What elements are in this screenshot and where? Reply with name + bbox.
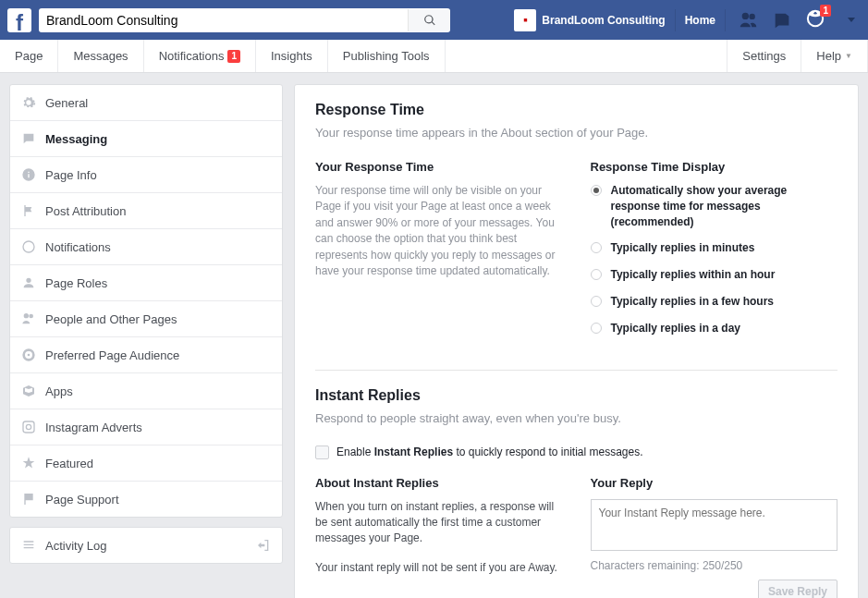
instant-reply-textarea[interactable] bbox=[591, 499, 838, 551]
your-response-time-title: Your Response Time bbox=[315, 160, 563, 174]
search-input[interactable] bbox=[39, 8, 408, 32]
chevron-down-icon: ▼ bbox=[845, 52, 852, 60]
sidebar-item-featured[interactable]: Featured bbox=[10, 445, 282, 482]
radio-few-hours[interactable]: Typically replies in a few hours bbox=[591, 294, 838, 310]
section-title-response-time: Response Time bbox=[315, 102, 837, 118]
tab-help[interactable]: Help ▼ bbox=[801, 40, 868, 72]
sidebar-item-general[interactable]: General bbox=[10, 85, 282, 121]
radio-icon bbox=[591, 185, 602, 196]
tab-notifications[interactable]: Notifications1 bbox=[144, 40, 256, 72]
friend-requests-icon[interactable] bbox=[739, 10, 759, 31]
sidebar: General Messaging Page Info Post Attribu… bbox=[9, 84, 283, 598]
globe-icon bbox=[21, 239, 36, 254]
tab-publishing[interactable]: Publishing Tools bbox=[328, 40, 446, 72]
response-display-title: Response Time Display bbox=[591, 160, 838, 174]
person-icon bbox=[21, 275, 36, 290]
col-response-display: Response Time Display Automatically show… bbox=[591, 160, 838, 348]
star-icon bbox=[21, 456, 36, 470]
list-icon bbox=[21, 538, 36, 553]
tab-notif-count: 1 bbox=[227, 50, 240, 63]
tab-page[interactable]: Page bbox=[0, 40, 58, 72]
search-icon bbox=[423, 14, 436, 27]
sidebar-item-roles[interactable]: Page Roles bbox=[10, 265, 282, 301]
sidebar-item-audience[interactable]: Preferred Page Audience bbox=[10, 337, 282, 373]
svg-point-1 bbox=[26, 424, 31, 429]
account-menu-caret[interactable] bbox=[848, 18, 855, 22]
box-icon bbox=[21, 384, 36, 398]
your-reply-title: Your Reply bbox=[591, 476, 838, 490]
sidebar-activity-card: Activity Log bbox=[9, 527, 283, 564]
col-your-response-time: Your Response Time Your response time wi… bbox=[315, 160, 563, 348]
people-icon bbox=[21, 311, 36, 326]
messages-icon[interactable] bbox=[772, 10, 792, 31]
topbar-right: ■ BrandLoom Consulting Home 1 bbox=[508, 7, 861, 33]
col-your-reply: Your Reply Characters remaining: 250/250… bbox=[591, 476, 838, 598]
separator bbox=[315, 370, 837, 371]
sidebar-item-pageinfo[interactable]: Page Info bbox=[10, 157, 282, 193]
exit-icon bbox=[256, 538, 271, 553]
gear-icon bbox=[21, 95, 36, 110]
radio-icon bbox=[591, 323, 602, 334]
section-subtitle-response-time: Your response time appears in the About … bbox=[315, 126, 837, 140]
enable-text: Enable Instant Replies to quickly respon… bbox=[336, 445, 643, 458]
tab-settings[interactable]: Settings bbox=[727, 40, 801, 72]
about-instant-note: Your instant reply will not be sent if y… bbox=[315, 560, 563, 576]
tab-insights[interactable]: Insights bbox=[256, 40, 328, 72]
svg-rect-0 bbox=[23, 421, 34, 433]
facebook-logo[interactable]: f bbox=[7, 8, 31, 32]
chat-icon bbox=[21, 131, 36, 146]
about-instant-text: When you turn on instant replies, a resp… bbox=[315, 499, 563, 547]
your-response-time-text: Your response time will only be visible … bbox=[315, 183, 563, 279]
enable-instant-replies-row[interactable]: Enable Instant Replies to quickly respon… bbox=[315, 445, 837, 459]
instagram-icon bbox=[21, 420, 36, 434]
col-about-instant: About Instant Replies When you turn on i… bbox=[315, 476, 563, 598]
search-wrap bbox=[39, 8, 450, 32]
notification-badge: 1 bbox=[820, 5, 831, 17]
radio-icon bbox=[591, 296, 602, 307]
topbar: f ■ BrandLoom Consulting Home 1 bbox=[0, 0, 868, 40]
flag-icon bbox=[21, 492, 36, 506]
page-name: BrandLoom Consulting bbox=[542, 14, 665, 27]
notifications-icon-wrap[interactable]: 1 bbox=[805, 8, 825, 31]
about-instant-title: About Instant Replies bbox=[315, 476, 563, 490]
radio-icon bbox=[591, 242, 602, 253]
radio-minutes[interactable]: Typically replies in minutes bbox=[591, 240, 838, 256]
chars-remaining: Characters remaining: 250/250 bbox=[591, 559, 838, 572]
avatar: ■ bbox=[514, 9, 536, 31]
page-chip[interactable]: ■ BrandLoom Consulting bbox=[508, 7, 670, 33]
sidebar-item-attribution[interactable]: Post Attribution bbox=[10, 193, 282, 229]
radio-day[interactable]: Typically replies in a day bbox=[591, 321, 838, 336]
flag-icon bbox=[21, 203, 36, 218]
target-icon bbox=[21, 348, 36, 362]
radio-hour[interactable]: Typically replies within an hour bbox=[591, 267, 838, 283]
sidebar-item-activity-log[interactable]: Activity Log bbox=[10, 528, 282, 563]
section-title-instant-replies: Instant Replies bbox=[315, 387, 837, 404]
info-icon bbox=[21, 167, 36, 182]
sidebar-item-notifications[interactable]: Notifications bbox=[10, 229, 282, 265]
sidebar-item-people[interactable]: People and Other Pages bbox=[10, 301, 282, 337]
tabbar: Page Messages Notifications1 Insights Pu… bbox=[0, 40, 868, 73]
radio-icon bbox=[591, 269, 602, 280]
sidebar-item-apps[interactable]: Apps bbox=[10, 373, 282, 409]
search-button[interactable] bbox=[408, 9, 450, 31]
sidebar-item-support[interactable]: Page Support bbox=[10, 482, 282, 517]
section-subtitle-instant-replies: Respond to people straight away, even wh… bbox=[315, 411, 837, 425]
checkbox-enable-instant[interactable] bbox=[315, 445, 329, 459]
radio-auto[interactable]: Automatically show your average response… bbox=[591, 183, 838, 229]
main: General Messaging Page Info Post Attribu… bbox=[0, 73, 868, 598]
home-link[interactable]: Home bbox=[675, 9, 726, 31]
sidebar-menu: General Messaging Page Info Post Attribu… bbox=[9, 84, 283, 518]
sidebar-item-messaging[interactable]: Messaging bbox=[10, 121, 282, 157]
sidebar-item-instagram[interactable]: Instagram Adverts bbox=[10, 409, 282, 445]
content: Response Time Your response time appears… bbox=[294, 84, 859, 598]
save-reply-button[interactable]: Save Reply bbox=[758, 580, 837, 598]
tab-messages[interactable]: Messages bbox=[58, 40, 143, 72]
nav-icons: 1 bbox=[729, 8, 835, 31]
